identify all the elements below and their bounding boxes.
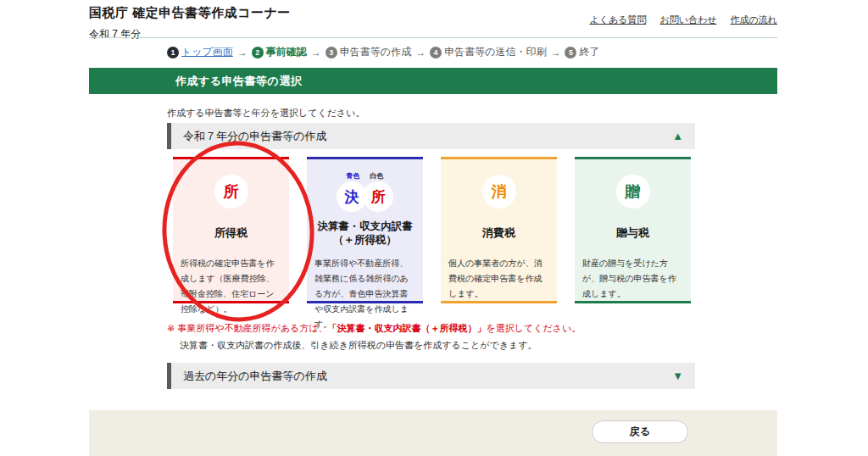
chevron-up-icon: ▲ [672,130,683,142]
step-5-label: 終了 [579,45,599,59]
note-line-1: ※ 事業所得や不動産所得がある方は、「決算書・収支内訳書（＋所得税）」を選択して… [167,320,581,336]
back-button[interactable]: 戻る [592,420,688,443]
consumption-tax-title: 消費税 [448,218,549,248]
gift-tax-badge-area: 贈 [582,167,683,216]
financial-statement-title-line1: 決算書・収支内訳書 [314,220,415,233]
note: ※ 事業所得や不動産所得がある方は、「決算書・収支内訳書（＋所得税）」を選択して… [167,320,581,354]
accordion-past-years-label: 過去の年分の申告書等の作成 [183,369,327,384]
site-year: 令和 7 年分 [89,27,777,42]
income-tax-description: 所得税の確定申告書を作成します（医療費控除、寄附金控除、住宅ローン控除など）。 [181,256,281,317]
financial-statement-title: 決算書・収支内訳書 （＋所得税） [314,218,415,248]
accordion-current-year-label: 令和７年分の申告書等の作成 [183,129,327,144]
financial-statement-icons: 決 所 [337,181,393,212]
note-line1-emphasis: 「決算書・収支内訳書（＋所得税）」 [328,323,487,333]
consumption-tax-description: 個人の事業者の方が、消費税の確定申告書を作成します。 [448,256,549,302]
consumption-tax-title-text: 消費税 [448,226,549,241]
step-4-circle: 4 [430,47,442,58]
card-consumption-tax[interactable]: 消 消費税 個人の事業者の方が、消費税の確定申告書を作成します。 [441,157,557,303]
step-finish: 5 終了 [565,45,599,59]
consumption-tax-badge-area: 消 [448,167,549,216]
income-tax-title-text: 所得税 [181,226,281,241]
card-income-tax[interactable]: 所 所得税 所得税の確定申告書を作成します（医療費控除、寄附金控除、住宅ローン控… [173,157,289,303]
financial-statement-title-line2: （＋所得税） [314,233,415,247]
consumption-tax-icon-char: 消 [492,181,507,202]
step-2-circle: 2 [252,47,264,58]
note-marker: ※ [167,323,175,333]
card-gift-tax[interactable]: 贈 贈与税 財産の贈与を受けた方が、贈与税の申告書を作成します。 [575,157,691,303]
step-1-circle: 1 [167,47,179,58]
chevron-down-icon: ▼ [672,370,683,382]
accordion-past-years[interactable]: 過去の年分の申告書等の作成 ▼ [167,363,695,389]
step-send: 4 申告書等の送信・印刷 [430,45,546,59]
page-title: 作成する申告書等の選択 [175,74,302,89]
step-precheck: 2 事前確認 [252,45,307,59]
tax-type-cards: 所 所得税 所得税の確定申告書を作成します（医療費控除、寄附金控除、住宅ローン控… [173,157,691,303]
step-3-label: 申告書等の作成 [340,45,411,59]
step-arrow: → [237,47,248,58]
note-line-2: 決算書・収支内訳書の作成後、引き続き所得税の申告書を作成することができます。 [180,336,581,353]
income-tax-icon-char: 所 [224,181,239,202]
step-arrow: → [415,47,426,58]
income-icon-char: 所 [371,187,386,207]
contact-link[interactable]: お問い合わせ [659,14,716,26]
income-icon: 所 [363,181,393,212]
instruction-text: 作成する申告書等と年分を選択してください。 [167,107,365,120]
gift-tax-title: 贈与税 [582,218,683,248]
gift-tax-title-text: 贈与税 [582,226,683,241]
blue-return-label: 青色 [347,171,360,181]
step-1-link[interactable]: トップ画面 [181,45,233,59]
financial-statement-badge-area: 青色 白色 決 所 [314,167,415,216]
income-tax-badge-area: 所 [181,167,281,216]
page: 国税庁 確定申告書等作成コーナー 令和 7 年分 よくある質問 お問い合わせ 作… [0,0,868,456]
income-tax-title: 所得税 [181,218,281,248]
header: 国税庁 確定申告書等作成コーナー 令和 7 年分 よくある質問 お問い合わせ 作… [89,5,777,42]
gift-tax-icon-char: 贈 [626,181,641,202]
note-line1-pre: 事業所得や不動産所得がある方は、 [177,323,327,333]
card-financial-statement[interactable]: 青色 白色 決 所 決算書・収支内訳書 （＋所得税） 事業所得や不動産所得、雑業… [307,157,423,303]
gift-tax-icon: 贈 [616,175,650,209]
step-create: 3 申告書等の作成 [326,45,411,59]
white-return-label: 白色 [370,171,384,181]
header-divider [89,37,777,38]
progress-steps: 1 トップ画面 → 2 事前確認 → 3 申告書等の作成 → 4 申告書等の送信… [167,45,599,59]
page-title-banner: 作成する申告書等の選択 [89,68,777,94]
step-top: 1 トップ画面 [167,45,233,59]
flow-link[interactable]: 作成の流れ [730,14,777,26]
step-3-circle: 3 [326,47,337,58]
step-2-label: 事前確認 [266,45,307,59]
note-line1-post: を選択してください。 [487,323,581,333]
accordion-current-year[interactable]: 令和７年分の申告書等の作成 ▲ [167,123,695,149]
footer-bar: 戻る [89,410,777,456]
header-links: よくある質問 お問い合わせ 作成の流れ [589,14,777,26]
step-4-label: 申告書等の送信・印刷 [444,45,546,59]
faq-link[interactable]: よくある質問 [589,14,646,26]
income-tax-icon: 所 [214,175,248,209]
step-arrow: → [550,47,560,58]
statement-icon-char: 決 [345,187,359,207]
financial-statement-sublabels: 青色 白色 [347,171,384,181]
gift-tax-description: 財産の贈与を受けた方が、贈与税の申告書を作成します。 [582,256,683,302]
step-5-circle: 5 [565,47,576,58]
consumption-tax-icon: 消 [482,175,516,209]
step-arrow: → [311,47,321,58]
